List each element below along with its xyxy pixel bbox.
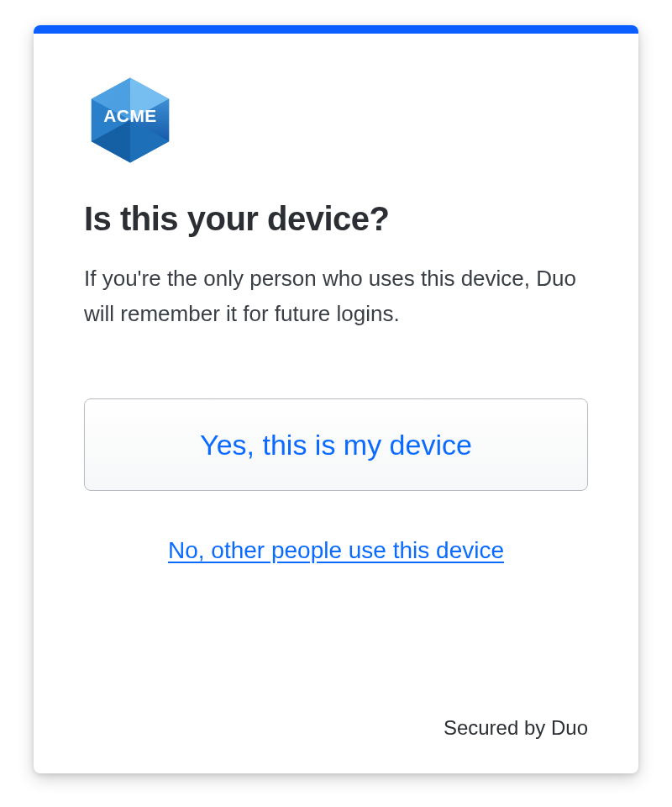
deny-link-wrap: No, other people use this device <box>84 537 588 564</box>
logo-text: ACME <box>103 106 157 125</box>
acme-logo: ACME <box>84 74 176 166</box>
dialog-heading: Is this your device? <box>84 200 588 238</box>
dialog-content: ACME Is this your device? If you're the … <box>34 34 638 564</box>
confirm-device-button[interactable]: Yes, this is my device <box>84 398 588 491</box>
hexagon-logo-icon: ACME <box>84 74 176 166</box>
deny-device-link[interactable]: No, other people use this device <box>168 537 504 563</box>
accent-bar <box>34 25 638 34</box>
dialog-description: If you're the only person who uses this … <box>84 261 588 331</box>
secured-by-footer: Secured by Duo <box>444 716 588 740</box>
dialog-card: ACME Is this your device? If you're the … <box>34 25 638 773</box>
